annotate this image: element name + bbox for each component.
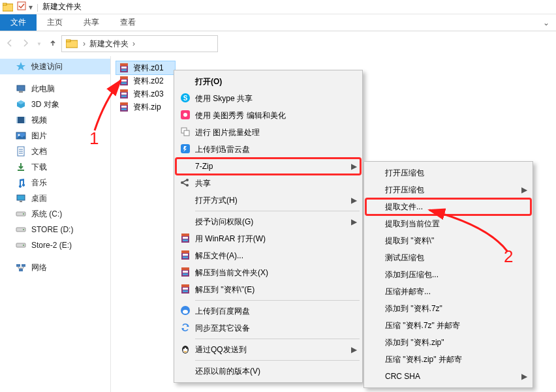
file-name: 资料.zip (133, 102, 161, 113)
svg-rect-37 (120, 89, 128, 92)
sidebar-item[interactable]: 视频 (0, 112, 110, 128)
menu-item[interactable]: 打开(O) (176, 73, 361, 90)
sidebar-item[interactable]: 音乐 (0, 175, 110, 190)
sidebar-item[interactable]: 快速访问 (0, 59, 110, 74)
sidebar-item[interactable]: Store-2 (E:) (0, 237, 110, 253)
chevron-right-icon: ▶ (521, 185, 527, 194)
menu-item[interactable]: 提取到当前位置 (365, 215, 531, 232)
menu-item[interactable]: 上传到迅雷云盘 (176, 141, 361, 158)
menu-item[interactable]: 还原以前的版本(V) (176, 363, 361, 380)
menu-item-label: 还原以前的版本(V) (195, 366, 349, 377)
baidu-icon (180, 305, 191, 318)
menu-item-label: 压缩并邮寄... (385, 286, 519, 297)
menu-item[interactable]: 7-Zip▶ (176, 158, 361, 175)
chevron-right-icon: ▶ (351, 345, 357, 354)
menu-item[interactable]: 打开压缩包▶ (365, 181, 531, 198)
drive-icon (16, 240, 26, 250)
folder-icon (66, 38, 78, 49)
menu-item[interactable]: 上传到百度网盘 (176, 303, 361, 320)
file-item[interactable]: 资料.z01 (116, 61, 175, 74)
nav-back-icon[interactable] (5, 38, 14, 50)
menu-item-label: 解压文件(A)... (195, 250, 349, 262)
menu-item[interactable]: 压缩 "资料.zip" 并邮寄 (365, 351, 531, 368)
menu-item[interactable]: 解压到 "资料\"(E) (176, 281, 361, 298)
chevron-right-icon: ▶ (351, 196, 357, 205)
svg-point-51 (181, 181, 183, 184)
menu-item-label: 添加到压缩包... (385, 269, 519, 280)
menu-item[interactable]: 打开方式(H)▶ (176, 192, 361, 209)
file-item[interactable]: 资料.zip (116, 100, 175, 113)
sidebar-item[interactable]: 3D 对象 (0, 97, 110, 112)
sidebar-item[interactable]: 网络 (0, 260, 110, 275)
menu-item-label: 压缩 "资料.7z" 并邮寄 (385, 320, 519, 331)
menu-item[interactable]: 压缩 "资料.7z" 并邮寄 (365, 317, 531, 334)
svg-rect-9 (24, 117, 25, 123)
menu-item[interactable]: 授予访问权限(G)▶ (176, 213, 361, 230)
nav-recent-dropdown-icon[interactable]: ▼ (37, 41, 42, 47)
archive-icon (119, 102, 129, 112)
svg-rect-41 (120, 102, 128, 105)
file-name: 资料.z03 (133, 89, 164, 100)
menu-item[interactable]: 解压文件(A)... (176, 247, 361, 264)
tab-view[interactable]: 查看 (110, 14, 146, 31)
ribbon-expand-icon[interactable]: ⌄ (536, 14, 556, 31)
file-item[interactable]: 资料.z02 (116, 74, 175, 87)
separator: | (37, 3, 39, 12)
chevron-right-icon[interactable]: › (131, 39, 136, 48)
network-icon (16, 262, 26, 273)
menu-item[interactable]: 添加到 "资料.zip" (365, 334, 531, 351)
menu-item[interactable]: 打开压缩包 (365, 164, 531, 181)
menu-item-label: 通过QQ发送到 (195, 344, 349, 355)
svg-text:S: S (183, 95, 188, 102)
menu-item[interactable]: 同步至其它设备 (176, 320, 361, 337)
svg-rect-38 (121, 93, 127, 95)
nav-bar: ▼ › 新建文件夹 › (0, 31, 556, 56)
sidebar-item[interactable]: 此电脑 (0, 81, 110, 97)
folder-icon (3, 2, 13, 12)
menu-item-label: 提取到当前位置 (385, 219, 519, 230)
menu-item[interactable]: 添加到 "资料.7z" (365, 300, 531, 317)
menu-item[interactable]: 压缩并邮寄... (365, 283, 531, 300)
sidebar-item[interactable]: STORE (D:) (0, 222, 110, 237)
sidebar-item-label: STORE (D:) (31, 225, 73, 234)
menu-item[interactable]: 解压到当前文件夹(X) (176, 264, 361, 281)
share-icon (180, 177, 191, 190)
svg-point-52 (186, 179, 189, 181)
nav-up-icon[interactable] (48, 38, 57, 50)
context-menu: 打开(O)S使用 Skype 共享使用 美图秀秀 编辑和美化进行 图片批量处理上… (174, 70, 363, 383)
menu-item[interactable]: 用 WinRAR 打开(W) (176, 230, 361, 247)
svg-rect-18 (20, 201, 22, 202)
qat-dropdown-icon[interactable]: ▾ (29, 3, 33, 12)
svg-rect-59 (181, 250, 189, 253)
menu-item[interactable]: 提取文件... (365, 198, 531, 215)
sidebar-item[interactable]: 桌面 (0, 190, 110, 206)
menu-item[interactable]: 进行 图片批量处理 (176, 124, 361, 141)
menu-item[interactable]: S使用 Skype 共享 (176, 90, 361, 107)
tab-home[interactable]: 主页 (37, 14, 73, 31)
tab-share[interactable]: 共享 (73, 14, 110, 31)
sidebar-item[interactable]: 下载 (0, 159, 110, 175)
svg-rect-17 (17, 195, 25, 200)
sidebar-item[interactable]: 系统 (C:) (0, 206, 110, 222)
sidebar-item-label: 系统 (C:) (31, 209, 62, 220)
menu-item[interactable]: 通过QQ发送到▶ (176, 341, 361, 358)
svg-rect-25 (16, 264, 20, 267)
menu-item[interactable]: 使用 美图秀秀 编辑和美化 (176, 107, 361, 124)
svg-rect-63 (181, 267, 189, 270)
qat-check-icon[interactable] (17, 1, 26, 12)
annotation-number-1: 1 (89, 128, 99, 149)
file-item[interactable]: 资料.z03 (116, 87, 175, 100)
tab-file[interactable]: 文件 (0, 14, 37, 31)
breadcrumb[interactable]: › 新建文件夹 › (61, 35, 218, 52)
music-icon (16, 177, 26, 188)
nav-forward-icon[interactable] (21, 38, 30, 50)
chevron-right-icon[interactable]: › (82, 39, 87, 48)
breadcrumb-item[interactable]: 新建文件夹 (87, 38, 131, 50)
downloads-icon (16, 162, 26, 172)
archive-icon (119, 76, 129, 86)
svg-rect-43 (121, 108, 127, 110)
menu-item[interactable]: 共享 (176, 175, 361, 192)
menu-item[interactable]: 添加到压缩包... (365, 266, 531, 283)
skype-icon: S (180, 93, 191, 105)
menu-item[interactable]: CRC SHA▶ (365, 368, 531, 385)
